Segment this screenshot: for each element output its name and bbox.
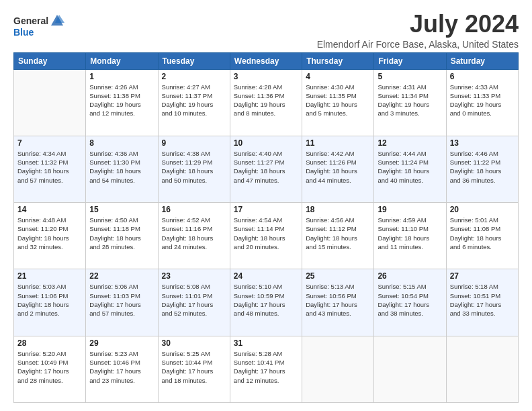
col-monday: Monday bbox=[86, 52, 158, 69]
table-row: 15Sunrise: 4:50 AMSunset: 11:18 PMDaylig… bbox=[86, 203, 158, 269]
daylight-line2: and 20 minutes. bbox=[234, 243, 279, 250]
day-info: Sunrise: 4:28 AMSunset: 11:36 PMDaylight… bbox=[234, 83, 298, 118]
table-row: 12Sunrise: 4:44 AMSunset: 11:24 PMDaylig… bbox=[374, 136, 446, 202]
table-row: 8Sunrise: 4:36 AMSunset: 11:30 PMDayligh… bbox=[86, 136, 158, 202]
daylight-line2: and 28 minutes. bbox=[17, 377, 63, 384]
table-row: 7Sunrise: 4:34 AMSunset: 11:32 PMDayligh… bbox=[14, 136, 86, 202]
table-row: 2Sunrise: 4:27 AMSunset: 11:37 PMDayligh… bbox=[158, 69, 230, 136]
table-row: 4Sunrise: 4:30 AMSunset: 11:35 PMDayligh… bbox=[302, 69, 374, 136]
sunrise-text: Sunrise: 4:56 AM bbox=[306, 216, 354, 224]
sunset-text: Sunset: 10:44 PM bbox=[162, 359, 213, 366]
day-number: 4 bbox=[306, 72, 370, 81]
table-row: 9Sunrise: 4:38 AMSunset: 11:29 PMDayligh… bbox=[158, 136, 230, 202]
daylight-line2: and 38 minutes. bbox=[378, 310, 423, 317]
sunrise-text: Sunrise: 4:48 AM bbox=[17, 216, 66, 224]
day-info: Sunrise: 4:38 AMSunset: 11:29 PMDaylight… bbox=[162, 149, 226, 185]
table-row: 13Sunrise: 4:46 AMSunset: 11:22 PMDaylig… bbox=[446, 136, 518, 202]
day-number: 14 bbox=[17, 205, 82, 214]
sunset-text: Sunset: 11:34 PM bbox=[378, 92, 429, 99]
sunrise-text: Sunrise: 5:06 AM bbox=[89, 283, 138, 290]
daylight-line1: Daylight: 18 hours bbox=[234, 167, 285, 175]
col-wednesday: Wednesday bbox=[230, 52, 302, 69]
table-row: 23Sunrise: 5:08 AMSunset: 11:01 PMDaylig… bbox=[158, 269, 230, 336]
sunrise-text: Sunrise: 5:10 AM bbox=[234, 283, 282, 290]
sunset-text: Sunset: 11:06 PM bbox=[17, 292, 69, 300]
daylight-line1: Daylight: 19 hours bbox=[162, 101, 214, 108]
daylight-line1: Daylight: 17 hours bbox=[17, 367, 69, 375]
sunset-text: Sunset: 11:38 PM bbox=[89, 92, 140, 99]
daylight-line1: Daylight: 17 hours bbox=[162, 301, 214, 308]
day-info: Sunrise: 4:56 AMSunset: 11:12 PMDaylight… bbox=[306, 216, 370, 251]
day-number: 27 bbox=[450, 271, 515, 281]
table-row: 16Sunrise: 4:52 AMSunset: 11:16 PMDaylig… bbox=[158, 203, 230, 269]
daylight-line2: and 10 minutes. bbox=[162, 109, 208, 117]
day-number: 18 bbox=[306, 205, 370, 214]
daylight-line1: Daylight: 17 hours bbox=[234, 367, 285, 375]
table-row: 6Sunrise: 4:33 AMSunset: 11:33 PMDayligh… bbox=[446, 69, 518, 136]
daylight-line1: Daylight: 18 hours bbox=[89, 234, 141, 242]
sunset-text: Sunset: 11:08 PM bbox=[450, 225, 501, 232]
sunset-text: Sunset: 11:24 PM bbox=[378, 158, 429, 166]
sunrise-text: Sunrise: 5:25 AM bbox=[162, 350, 210, 357]
sunset-text: Sunset: 11:12 PM bbox=[306, 225, 357, 232]
table-row bbox=[446, 336, 518, 402]
sunrise-text: Sunrise: 5:08 AM bbox=[162, 283, 210, 290]
daylight-line1: Daylight: 18 hours bbox=[378, 167, 429, 175]
table-row: 1Sunrise: 4:26 AMSunset: 11:38 PMDayligh… bbox=[86, 69, 158, 136]
sunrise-text: Sunrise: 4:27 AM bbox=[162, 83, 210, 91]
daylight-line1: Daylight: 19 hours bbox=[89, 101, 141, 108]
daylight-line1: Daylight: 19 hours bbox=[450, 101, 502, 108]
table-row: 20Sunrise: 5:01 AMSunset: 11:08 PMDaylig… bbox=[446, 203, 518, 269]
day-number: 25 bbox=[306, 271, 370, 281]
sunset-text: Sunset: 11:22 PM bbox=[450, 158, 501, 166]
daylight-line1: Daylight: 19 hours bbox=[234, 101, 285, 108]
table-row: 27Sunrise: 5:18 AMSunset: 10:51 PMDaylig… bbox=[446, 269, 518, 336]
daylight-line1: Daylight: 17 hours bbox=[162, 367, 214, 375]
day-info: Sunrise: 5:10 AMSunset: 10:59 PMDaylight… bbox=[234, 282, 298, 318]
daylight-line2: and 44 minutes. bbox=[306, 177, 351, 184]
day-info: Sunrise: 5:06 AMSunset: 11:03 PMDaylight… bbox=[89, 282, 154, 318]
sunrise-text: Sunrise: 4:40 AM bbox=[234, 150, 282, 157]
daylight-line2: and 2 minutes. bbox=[17, 310, 59, 317]
daylight-line1: Daylight: 18 hours bbox=[450, 167, 502, 175]
sunrise-text: Sunrise: 4:52 AM bbox=[162, 216, 210, 224]
calendar-row: 28Sunrise: 5:20 AMSunset: 10:49 PMDaylig… bbox=[14, 336, 519, 402]
day-info: Sunrise: 4:44 AMSunset: 11:24 PMDaylight… bbox=[378, 149, 442, 185]
table-row: 28Sunrise: 5:20 AMSunset: 10:49 PMDaylig… bbox=[14, 336, 86, 402]
sunrise-text: Sunrise: 5:15 AM bbox=[378, 283, 426, 290]
daylight-line2: and 47 minutes. bbox=[234, 177, 279, 184]
calendar-row: 7Sunrise: 4:34 AMSunset: 11:32 PMDayligh… bbox=[14, 136, 519, 202]
daylight-line1: Daylight: 18 hours bbox=[306, 167, 357, 175]
col-tuesday: Tuesday bbox=[158, 52, 230, 69]
daylight-line2: and 12 minutes. bbox=[234, 377, 279, 384]
day-number: 23 bbox=[162, 271, 226, 281]
page: General Blue July 2024 Elmendorf Air For… bbox=[0, 0, 532, 411]
table-row: 31Sunrise: 5:28 AMSunset: 10:41 PMDaylig… bbox=[230, 336, 302, 402]
day-info: Sunrise: 4:52 AMSunset: 11:16 PMDaylight… bbox=[162, 216, 226, 251]
daylight-line1: Daylight: 18 hours bbox=[162, 167, 214, 175]
daylight-line2: and 33 minutes. bbox=[450, 310, 496, 317]
daylight-line2: and 6 minutes. bbox=[450, 243, 492, 250]
table-row: 11Sunrise: 4:42 AMSunset: 11:26 PMDaylig… bbox=[302, 136, 374, 202]
daylight-line1: Daylight: 17 hours bbox=[378, 301, 429, 308]
sunset-text: Sunset: 10:56 PM bbox=[306, 292, 357, 300]
sunrise-text: Sunrise: 4:33 AM bbox=[450, 83, 498, 91]
sunset-text: Sunset: 10:51 PM bbox=[450, 292, 501, 300]
calendar-table: Sunday Monday Tuesday Wednesday Thursday… bbox=[13, 52, 519, 403]
daylight-line2: and 5 minutes. bbox=[306, 109, 347, 117]
day-number: 3 bbox=[234, 72, 298, 81]
sunrise-text: Sunrise: 5:23 AM bbox=[89, 350, 138, 357]
day-info: Sunrise: 4:26 AMSunset: 11:38 PMDaylight… bbox=[89, 83, 154, 118]
table-row: 26Sunrise: 5:15 AMSunset: 10:54 PMDaylig… bbox=[374, 269, 446, 336]
sunrise-text: Sunrise: 5:13 AM bbox=[306, 283, 354, 290]
day-info: Sunrise: 4:50 AMSunset: 11:18 PMDaylight… bbox=[89, 216, 154, 251]
calendar-row: 14Sunrise: 4:48 AMSunset: 11:20 PMDaylig… bbox=[14, 203, 519, 269]
sunrise-text: Sunrise: 5:03 AM bbox=[17, 283, 66, 290]
daylight-line2: and 23 minutes. bbox=[89, 377, 135, 384]
sunset-text: Sunset: 11:14 PM bbox=[234, 225, 285, 232]
logo-icon bbox=[50, 13, 64, 28]
col-saturday: Saturday bbox=[446, 52, 518, 69]
sunset-text: Sunset: 10:49 PM bbox=[17, 359, 69, 366]
daylight-line1: Daylight: 17 hours bbox=[89, 301, 141, 308]
sunrise-text: Sunrise: 4:28 AM bbox=[234, 83, 282, 91]
